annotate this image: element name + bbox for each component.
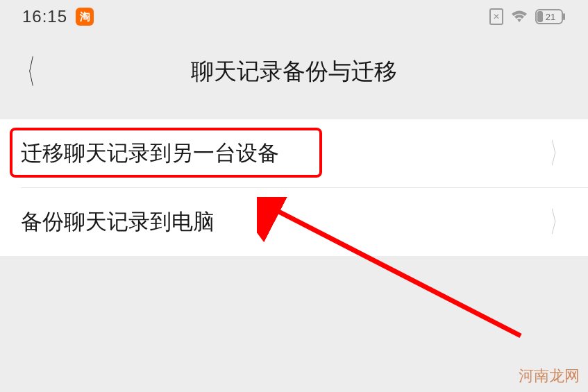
list-item-label: 备份聊天记录到电脑 bbox=[21, 207, 215, 237]
page-title: 聊天记录备份与迁移 bbox=[191, 56, 397, 87]
taobao-icon: 淘 bbox=[76, 8, 94, 26]
chevron-right-icon: 〉 bbox=[550, 134, 565, 173]
back-button[interactable]: 〈 bbox=[19, 49, 35, 94]
nav-header: 〈 聊天记录备份与迁移 bbox=[0, 33, 588, 110]
settings-list: 迁移聊天记录到另一台设备 〉 备份聊天记录到电脑 〉 bbox=[0, 119, 588, 256]
chevron-right-icon: 〉 bbox=[550, 203, 565, 242]
status-right: ✕ 21 bbox=[489, 8, 566, 25]
list-item-label: 迁移聊天记录到另一台设备 bbox=[21, 139, 279, 168]
svg-text:21: 21 bbox=[546, 12, 555, 22]
battery-icon: 21 bbox=[535, 9, 566, 24]
watermark: 河南龙网 bbox=[519, 366, 580, 386]
svg-rect-2 bbox=[537, 11, 543, 22]
status-bar: 16:15 淘 ✕ 21 bbox=[0, 0, 588, 33]
status-time: 16:15 bbox=[22, 7, 67, 26]
svg-rect-1 bbox=[563, 13, 565, 20]
wifi-icon bbox=[510, 10, 528, 24]
status-left: 16:15 淘 bbox=[22, 7, 94, 26]
sim-icon: ✕ bbox=[489, 8, 503, 25]
list-item-backup-to-pc[interactable]: 备份聊天记录到电脑 〉 bbox=[0, 188, 588, 256]
list-item-migrate-to-device[interactable]: 迁移聊天记录到另一台设备 〉 bbox=[0, 119, 588, 187]
